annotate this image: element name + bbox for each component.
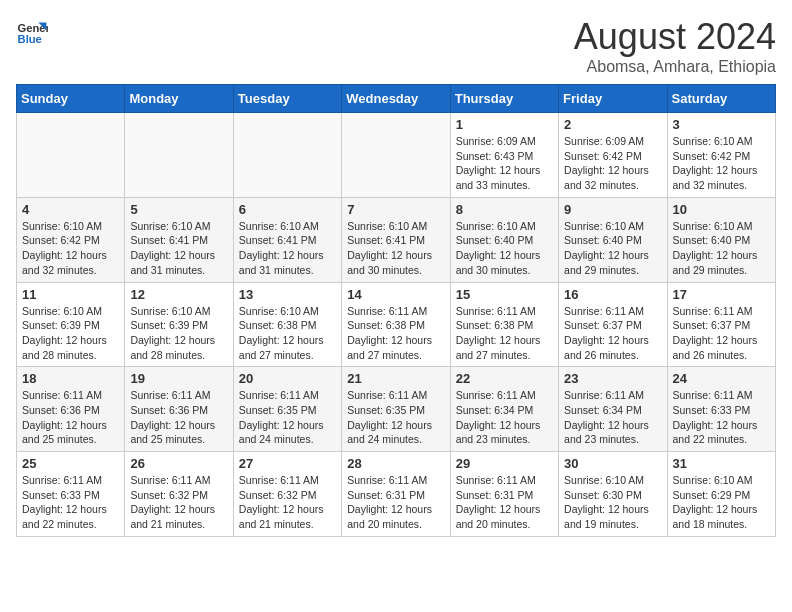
day-number: 17	[673, 287, 770, 302]
week-row-1: 1Sunrise: 6:09 AM Sunset: 6:43 PM Daylig…	[17, 113, 776, 198]
week-row-2: 4Sunrise: 6:10 AM Sunset: 6:42 PM Daylig…	[17, 197, 776, 282]
subtitle: Abomsa, Amhara, Ethiopia	[574, 58, 776, 76]
day-info: Sunrise: 6:11 AM Sunset: 6:37 PM Dayligh…	[673, 304, 770, 363]
logo-icon: General Blue	[16, 16, 48, 48]
day-info: Sunrise: 6:11 AM Sunset: 6:33 PM Dayligh…	[673, 388, 770, 447]
day-info: Sunrise: 6:11 AM Sunset: 6:38 PM Dayligh…	[347, 304, 444, 363]
day-number: 15	[456, 287, 553, 302]
day-info: Sunrise: 6:11 AM Sunset: 6:34 PM Dayligh…	[456, 388, 553, 447]
week-row-3: 11Sunrise: 6:10 AM Sunset: 6:39 PM Dayli…	[17, 282, 776, 367]
day-info: Sunrise: 6:11 AM Sunset: 6:34 PM Dayligh…	[564, 388, 661, 447]
day-info: Sunrise: 6:10 AM Sunset: 6:42 PM Dayligh…	[22, 219, 119, 278]
day-info: Sunrise: 6:10 AM Sunset: 6:30 PM Dayligh…	[564, 473, 661, 532]
day-number: 28	[347, 456, 444, 471]
calendar-cell: 16Sunrise: 6:11 AM Sunset: 6:37 PM Dayli…	[559, 282, 667, 367]
calendar-cell: 7Sunrise: 6:10 AM Sunset: 6:41 PM Daylig…	[342, 197, 450, 282]
main-title: August 2024	[574, 16, 776, 58]
calendar-cell: 11Sunrise: 6:10 AM Sunset: 6:39 PM Dayli…	[17, 282, 125, 367]
day-info: Sunrise: 6:10 AM Sunset: 6:39 PM Dayligh…	[22, 304, 119, 363]
day-number: 9	[564, 202, 661, 217]
calendar-cell: 22Sunrise: 6:11 AM Sunset: 6:34 PM Dayli…	[450, 367, 558, 452]
calendar-cell: 19Sunrise: 6:11 AM Sunset: 6:36 PM Dayli…	[125, 367, 233, 452]
day-number: 14	[347, 287, 444, 302]
calendar-cell: 23Sunrise: 6:11 AM Sunset: 6:34 PM Dayli…	[559, 367, 667, 452]
day-info: Sunrise: 6:11 AM Sunset: 6:35 PM Dayligh…	[347, 388, 444, 447]
day-number: 11	[22, 287, 119, 302]
day-number: 27	[239, 456, 336, 471]
calendar-cell: 8Sunrise: 6:10 AM Sunset: 6:40 PM Daylig…	[450, 197, 558, 282]
weekday-header-sunday: Sunday	[17, 85, 125, 113]
calendar-cell: 18Sunrise: 6:11 AM Sunset: 6:36 PM Dayli…	[17, 367, 125, 452]
calendar-cell: 12Sunrise: 6:10 AM Sunset: 6:39 PM Dayli…	[125, 282, 233, 367]
day-number: 31	[673, 456, 770, 471]
calendar-cell	[342, 113, 450, 198]
day-info: Sunrise: 6:11 AM Sunset: 6:32 PM Dayligh…	[130, 473, 227, 532]
day-info: Sunrise: 6:11 AM Sunset: 6:31 PM Dayligh…	[347, 473, 444, 532]
weekday-header-tuesday: Tuesday	[233, 85, 341, 113]
day-number: 2	[564, 117, 661, 132]
day-info: Sunrise: 6:11 AM Sunset: 6:31 PM Dayligh…	[456, 473, 553, 532]
day-number: 26	[130, 456, 227, 471]
day-info: Sunrise: 6:10 AM Sunset: 6:40 PM Dayligh…	[456, 219, 553, 278]
day-info: Sunrise: 6:09 AM Sunset: 6:42 PM Dayligh…	[564, 134, 661, 193]
day-info: Sunrise: 6:10 AM Sunset: 6:39 PM Dayligh…	[130, 304, 227, 363]
calendar-cell: 20Sunrise: 6:11 AM Sunset: 6:35 PM Dayli…	[233, 367, 341, 452]
calendar-cell: 1Sunrise: 6:09 AM Sunset: 6:43 PM Daylig…	[450, 113, 558, 198]
day-number: 5	[130, 202, 227, 217]
weekday-header-thursday: Thursday	[450, 85, 558, 113]
day-number: 19	[130, 371, 227, 386]
day-number: 21	[347, 371, 444, 386]
day-info: Sunrise: 6:10 AM Sunset: 6:41 PM Dayligh…	[239, 219, 336, 278]
calendar-cell: 4Sunrise: 6:10 AM Sunset: 6:42 PM Daylig…	[17, 197, 125, 282]
week-row-4: 18Sunrise: 6:11 AM Sunset: 6:36 PM Dayli…	[17, 367, 776, 452]
calendar-cell	[125, 113, 233, 198]
day-number: 30	[564, 456, 661, 471]
day-info: Sunrise: 6:09 AM Sunset: 6:43 PM Dayligh…	[456, 134, 553, 193]
weekday-header-monday: Monday	[125, 85, 233, 113]
calendar-cell: 28Sunrise: 6:11 AM Sunset: 6:31 PM Dayli…	[342, 452, 450, 537]
day-info: Sunrise: 6:11 AM Sunset: 6:32 PM Dayligh…	[239, 473, 336, 532]
calendar-cell: 17Sunrise: 6:11 AM Sunset: 6:37 PM Dayli…	[667, 282, 775, 367]
day-number: 29	[456, 456, 553, 471]
day-number: 3	[673, 117, 770, 132]
day-number: 7	[347, 202, 444, 217]
day-number: 25	[22, 456, 119, 471]
calendar-cell: 21Sunrise: 6:11 AM Sunset: 6:35 PM Dayli…	[342, 367, 450, 452]
calendar-cell: 3Sunrise: 6:10 AM Sunset: 6:42 PM Daylig…	[667, 113, 775, 198]
weekday-header-wednesday: Wednesday	[342, 85, 450, 113]
calendar-cell: 29Sunrise: 6:11 AM Sunset: 6:31 PM Dayli…	[450, 452, 558, 537]
day-number: 18	[22, 371, 119, 386]
day-number: 24	[673, 371, 770, 386]
page-header: General Blue August 2024 Abomsa, Amhara,…	[16, 16, 776, 76]
calendar-cell: 5Sunrise: 6:10 AM Sunset: 6:41 PM Daylig…	[125, 197, 233, 282]
calendar-cell: 31Sunrise: 6:10 AM Sunset: 6:29 PM Dayli…	[667, 452, 775, 537]
calendar-cell: 15Sunrise: 6:11 AM Sunset: 6:38 PM Dayli…	[450, 282, 558, 367]
calendar-cell	[17, 113, 125, 198]
day-number: 10	[673, 202, 770, 217]
week-row-5: 25Sunrise: 6:11 AM Sunset: 6:33 PM Dayli…	[17, 452, 776, 537]
day-info: Sunrise: 6:11 AM Sunset: 6:38 PM Dayligh…	[456, 304, 553, 363]
weekday-header-friday: Friday	[559, 85, 667, 113]
day-number: 16	[564, 287, 661, 302]
day-info: Sunrise: 6:11 AM Sunset: 6:36 PM Dayligh…	[130, 388, 227, 447]
day-number: 12	[130, 287, 227, 302]
day-number: 4	[22, 202, 119, 217]
day-number: 13	[239, 287, 336, 302]
day-number: 1	[456, 117, 553, 132]
calendar-cell: 13Sunrise: 6:10 AM Sunset: 6:38 PM Dayli…	[233, 282, 341, 367]
day-info: Sunrise: 6:10 AM Sunset: 6:41 PM Dayligh…	[130, 219, 227, 278]
day-number: 8	[456, 202, 553, 217]
day-number: 6	[239, 202, 336, 217]
day-number: 23	[564, 371, 661, 386]
calendar-cell: 14Sunrise: 6:11 AM Sunset: 6:38 PM Dayli…	[342, 282, 450, 367]
calendar-table: SundayMondayTuesdayWednesdayThursdayFrid…	[16, 84, 776, 537]
calendar-cell: 27Sunrise: 6:11 AM Sunset: 6:32 PM Dayli…	[233, 452, 341, 537]
calendar-cell: 26Sunrise: 6:11 AM Sunset: 6:32 PM Dayli…	[125, 452, 233, 537]
calendar-cell: 6Sunrise: 6:10 AM Sunset: 6:41 PM Daylig…	[233, 197, 341, 282]
svg-text:Blue: Blue	[18, 33, 42, 45]
day-info: Sunrise: 6:11 AM Sunset: 6:36 PM Dayligh…	[22, 388, 119, 447]
calendar-cell: 24Sunrise: 6:11 AM Sunset: 6:33 PM Dayli…	[667, 367, 775, 452]
day-info: Sunrise: 6:11 AM Sunset: 6:33 PM Dayligh…	[22, 473, 119, 532]
day-info: Sunrise: 6:10 AM Sunset: 6:41 PM Dayligh…	[347, 219, 444, 278]
day-number: 22	[456, 371, 553, 386]
